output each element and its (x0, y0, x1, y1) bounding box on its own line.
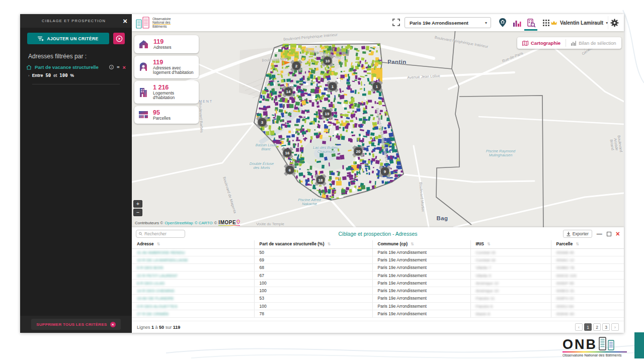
map-cluster-marker[interactable]: 19 (323, 110, 332, 118)
add-criteria-button[interactable]: AJOUTER UN CRITÈRE (27, 33, 109, 44)
column-header-iris[interactable]: IRIS⇅ (470, 240, 551, 248)
criterion-label[interactable]: Part de vacance structurelle (35, 64, 106, 70)
openstreetmap-link[interactable]: OpenStreetMap (165, 221, 193, 225)
map-cluster-marker[interactable]: 2 (292, 62, 301, 70)
cell-iris: Flandre 11 (470, 295, 551, 302)
search-input[interactable] (144, 231, 182, 236)
carto-link[interactable]: © CARTO (195, 221, 213, 225)
cell-vacance: 50 (254, 248, 372, 256)
cell-vacance: 100 (254, 279, 372, 287)
settings-button[interactable] (608, 16, 621, 29)
imope-pin-icon (236, 220, 240, 224)
pagination-prev[interactable]: ‹ (575, 323, 583, 331)
run-selection-button[interactable] (113, 33, 125, 44)
chevron-right-icon[interactable]: › (28, 73, 30, 78)
zoom-in-button[interactable]: + (133, 200, 142, 208)
export-label: Exporter (573, 231, 589, 236)
sort-icon[interactable]: ⇅ (411, 242, 414, 246)
onb-buildings-icon (599, 335, 616, 350)
map-cluster-marker[interactable]: 1 (329, 82, 337, 91)
stat-label: Parcelles (153, 116, 195, 121)
map-pin-home-button[interactable] (496, 16, 509, 29)
table-row[interactable]: 3 R DES ALOUETTES100Paris 19e Arrondisse… (132, 302, 624, 310)
person-home-stat-icon (138, 62, 148, 72)
sort-icon[interactable]: ⇅ (576, 242, 579, 246)
map-cluster-marker[interactable]: 14 (284, 87, 293, 96)
clear-all-criteria-button[interactable]: SUPPRIMER TOUS LES CRITÈRES × (31, 319, 120, 330)
stat-card-logements[interactable]: 1 216 Logements d'habitation (134, 81, 199, 104)
table-row[interactable]: 14 R DES CHEMINS100Paris 19e Arrondissem… (132, 287, 624, 294)
sidebar-close-icon[interactable]: × (123, 17, 127, 25)
download-icon (567, 232, 571, 236)
tab-cartographie[interactable]: Cartographie (517, 37, 566, 49)
pagination-next[interactable]: › (611, 323, 619, 331)
statistics-button[interactable] (510, 16, 523, 29)
map-cluster-marker[interactable]: 16 (283, 149, 292, 157)
cell-adresse: 27 R DE CRIMÉE (132, 310, 254, 317)
sort-icon[interactable]: ⇅ (487, 242, 491, 246)
cell-adresse: 19 AV DE FLANDRE (132, 295, 254, 302)
column-header-vacance[interactable]: Part de vacance structurelle (%)⇅ (254, 240, 372, 248)
map-cluster-marker[interactable]: 10 (324, 57, 332, 65)
info-icon[interactable]: i (109, 65, 114, 69)
maximize-panel-icon[interactable] (607, 232, 611, 236)
cell-vacance: 53 (254, 295, 372, 302)
column-header-parcelle[interactable]: Parcelle⇅ (551, 240, 624, 248)
pagination-page-2[interactable]: 2 (593, 323, 601, 331)
cell-parcelle: 000AC 12 (551, 256, 624, 263)
home-icon (26, 65, 32, 70)
onb-wordmark: ONB (562, 338, 597, 350)
sort-icon[interactable]: ⇅ (157, 242, 160, 246)
user-name: Valentin Lamirault (560, 20, 603, 26)
map-cluster-marker[interactable]: 1 (373, 82, 381, 91)
cell-adresse: 22 R PETIT LAURENT (132, 272, 254, 279)
user-menu[interactable]: Valentin Lamirault ▾ (550, 16, 608, 29)
column-header-adresse[interactable]: Adresse⇅ (132, 240, 254, 248)
cell-iris: Amérique 12 (470, 279, 551, 287)
filter-plus-icon (38, 36, 44, 41)
criterion-item: Part de vacance structurelle i = × › Ent… (20, 63, 132, 84)
building-search-button[interactable] (524, 16, 537, 29)
map-view[interactable]: Boulevard Périphérique IntérieurBoulevar… (132, 31, 624, 227)
attribution-text: Contributeurs © (135, 221, 163, 225)
cell-iris: Manin 8 (470, 310, 551, 317)
fullscreen-button[interactable] (392, 19, 400, 27)
tab-cartographie-label: Cartographie (531, 40, 560, 46)
sort-icon[interactable]: ⇅ (327, 242, 331, 246)
map-cluster-marker[interactable]: 18 (316, 176, 325, 185)
criterion-max-value: 100 (59, 73, 67, 78)
table-row[interactable]: 31 AV AMBROISE RENDU50Paris 19e Arrondis… (132, 248, 624, 256)
buildings-logo-icon (136, 16, 150, 29)
cell-vacance: 67 (254, 272, 372, 279)
tab-bilan-selection[interactable]: Bilan de sélection (566, 37, 621, 49)
table-row[interactable]: 8 R DES LILAS100Paris 19e Arrondissement… (132, 279, 624, 287)
column-header-commune[interactable]: Commune (cp)⇅ (372, 240, 470, 248)
cell-commune: Paris 19e Arrondissement (372, 248, 470, 256)
stat-card-adresses[interactable]: 119 Adresses (134, 35, 199, 53)
equals-icon[interactable]: = (117, 65, 119, 70)
remove-criterion-icon[interactable]: × (123, 65, 126, 70)
stat-card-parcelles[interactable]: 95 Parcelles (134, 106, 199, 124)
table-search[interactable] (136, 230, 185, 238)
onb-application-window: CIBLAGE ET PROSPECTION × AJOUTER UN CRIT… (20, 14, 624, 333)
pagination-page-1[interactable]: 1 (584, 323, 592, 331)
cell-commune: Paris 19e Arrondissement (372, 295, 470, 302)
export-button[interactable]: Exporter (563, 230, 592, 238)
table-row[interactable]: 27 R DE CRIMÉE78Paris 19e Arrondissement… (132, 310, 624, 317)
tab-bilan-selection-label: Bilan de sélection (579, 40, 616, 46)
map-cluster-marker[interactable]: 3 (258, 118, 267, 127)
table-row[interactable]: 22 R PETIT LAURENT67Paris 19e Arrondisse… (132, 272, 624, 279)
map-cluster-marker[interactable]: 20 (354, 147, 363, 156)
map-cluster-marker[interactable]: 6 (286, 166, 294, 174)
table-row[interactable]: 19 AV DE FLANDRE53Paris 19e Arrondisseme… (132, 295, 624, 302)
minimize-panel-icon[interactable]: — (597, 231, 602, 237)
pagination-page-3[interactable]: 3 (602, 323, 610, 331)
close-panel-icon[interactable]: × (616, 231, 620, 237)
zoom-out-button[interactable]: − (133, 209, 142, 216)
table-row[interactable]: 5 R DES BOIS68Paris 19e ArrondissementVi… (132, 264, 624, 272)
table-row[interactable]: 10 R DE LA MARSEILLAISE69Paris 19e Arron… (132, 256, 624, 263)
active-tab-indicator (524, 29, 537, 31)
map-cluster-marker[interactable]: 9 (381, 167, 389, 176)
territory-selector[interactable]: Paris 19e Arrondissement ▾ (405, 17, 491, 28)
stat-card-adresses-logement[interactable]: 119 Adresses avec logement d'habitation (134, 56, 199, 78)
